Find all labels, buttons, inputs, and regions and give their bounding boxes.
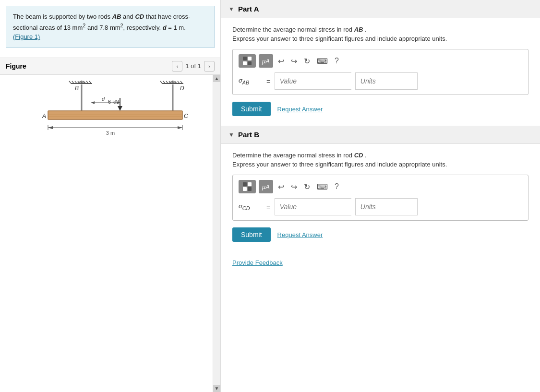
part-b-title: Part B (238, 131, 259, 139)
part-a-header: ▼ Part A (221, 0, 540, 18)
problem-text-5: , respectively. (123, 24, 163, 31)
part-a-content: Determine the average normal stress in r… (221, 18, 540, 126)
part-b-help-button[interactable]: ? (333, 180, 341, 193)
part-a-value-input[interactable] (275, 72, 351, 90)
part-b-keyboard-button[interactable]: ⌨ (315, 180, 330, 193)
part-b-sigma-label: σCD (239, 202, 263, 211)
mm-label-1: mm (72, 24, 83, 31)
figure-title: Figure (6, 62, 26, 70)
part-a-request-answer-button[interactable]: Request Answer (277, 106, 323, 113)
svg-text:B: B (75, 85, 79, 92)
part-a-toolbar: μA ↩ ↪ ↻ ⌨ ? (239, 54, 522, 68)
svg-line-14 (160, 81, 162, 83)
svg-marker-39 (48, 126, 53, 129)
part-b-equation-row: σCD = (239, 198, 522, 215)
part-a-description: Determine the average normal stress in r… (232, 26, 528, 33)
part-a-section: ▼ Part A Determine the average normal st… (221, 0, 540, 126)
part-a-mu-button[interactable]: μA (259, 54, 273, 68)
part-b-action-row: Submit Request Answer (232, 227, 528, 242)
part-b-instruction: Express your answer to three significant… (232, 161, 528, 168)
part-b-header: ▼ Part B (221, 126, 540, 144)
prev-figure-button[interactable]: ‹ (172, 61, 182, 71)
svg-text:A: A (42, 113, 46, 119)
part-b-submit-button[interactable]: Submit (232, 227, 271, 242)
part-a-undo-button[interactable]: ↩ (276, 54, 286, 68)
part-a-equals: = (266, 77, 271, 85)
part-b-value-input[interactable] (275, 198, 351, 215)
figure-section: Figure ‹ 1 of 1 › (0, 58, 220, 392)
part-a-collapse-arrow[interactable]: ▼ (228, 6, 234, 12)
part-b-toolbar: μA ↩ ↪ ↻ ⌨ ? (239, 180, 522, 193)
next-figure-button[interactable]: › (204, 61, 215, 71)
svg-text:D: D (180, 85, 184, 92)
svg-line-6 (69, 81, 71, 83)
part-b-undo-button[interactable]: ↩ (276, 180, 286, 193)
problem-text-4: and 7.8 (85, 24, 110, 31)
part-a-redo-button[interactable]: ↪ (289, 54, 299, 68)
svg-marker-33 (91, 101, 95, 104)
d-label: d (163, 24, 167, 31)
part-b-redo-button[interactable]: ↪ (289, 180, 299, 193)
figure-page: 1 of 1 (185, 62, 201, 70)
problem-text-2: and (121, 13, 135, 20)
part-a-grid-button[interactable] (239, 54, 256, 68)
part-b-request-answer-button[interactable]: Request Answer (277, 231, 323, 238)
part-b-description: Determine the average normal stress in r… (232, 152, 528, 159)
svg-text:C: C (184, 113, 188, 119)
svg-text:3 m: 3 m (106, 130, 114, 136)
part-a-instruction: Express your answer to three significant… (232, 35, 528, 42)
figure-header: Figure ‹ 1 of 1 › (0, 58, 220, 75)
problem-statement: The beam is supported by two rods AB and… (6, 6, 215, 48)
figure-svg-wrapper: B D A C 6 kN d (0, 75, 220, 156)
part-a-units-input[interactable] (355, 72, 418, 90)
part-a-sigma-label: σAB (239, 77, 263, 85)
part-b-mu-button[interactable]: μA (259, 180, 273, 193)
right-panel: ▼ Part A Determine the average normal st… (221, 0, 540, 392)
part-a-help-button[interactable]: ? (333, 54, 341, 68)
cd-label: CD (135, 13, 144, 20)
part-b-input-box: μA ↩ ↪ ↻ ⌨ ? σCD = (232, 175, 528, 221)
svg-marker-40 (178, 126, 182, 129)
part-b-grid-button[interactable] (239, 180, 256, 193)
figure-link[interactable]: (Figure 1) (13, 33, 40, 40)
figure-canvas: B D A C 6 kN d (0, 75, 220, 392)
part-b-collapse-arrow[interactable]: ▼ (228, 131, 234, 138)
part-a-input-box: μA ↩ ↪ ↻ ⌨ ? σAB = (232, 49, 528, 95)
mm-label-2: mm (110, 24, 120, 31)
figure-scrollbar[interactable]: ▲ ▼ (213, 75, 220, 392)
part-b-content: Determine the average normal stress in r… (221, 144, 540, 251)
part-a-rod-label: AB (354, 26, 363, 33)
figure-diagram: B D A C 6 kN d (29, 80, 192, 152)
part-b-refresh-button[interactable]: ↻ (302, 180, 312, 193)
svg-marker-30 (118, 106, 122, 111)
part-a-refresh-button[interactable]: ↻ (302, 54, 312, 68)
part-a-equation-row: σAB = (239, 72, 522, 90)
part-b-rod-label: CD (354, 152, 363, 159)
problem-text-1: The beam is supported by two rods (13, 13, 112, 20)
left-panel: The beam is supported by two rods AB and… (0, 0, 221, 392)
part-b-units-input[interactable] (355, 198, 418, 215)
part-b-equals: = (266, 203, 271, 211)
svg-rect-22 (48, 111, 182, 119)
part-a-action-row: Submit Request Answer (232, 102, 528, 116)
scroll-up-button[interactable]: ▲ (213, 75, 221, 82)
figure-nav: ‹ 1 of 1 › (172, 61, 215, 71)
provide-feedback-button[interactable]: Provide Feedback (221, 251, 294, 274)
ab-label: AB (112, 13, 121, 20)
part-a-title: Part A (238, 5, 259, 13)
part-a-submit-button[interactable]: Submit (232, 102, 271, 116)
part-a-keyboard-button[interactable]: ⌨ (315, 54, 330, 68)
problem-text-6: = 1 m. (167, 24, 186, 31)
scroll-down-button[interactable]: ▼ (213, 385, 221, 392)
part-b-section: ▼ Part B Determine the average normal st… (221, 126, 540, 251)
svg-text:d: d (102, 96, 105, 102)
